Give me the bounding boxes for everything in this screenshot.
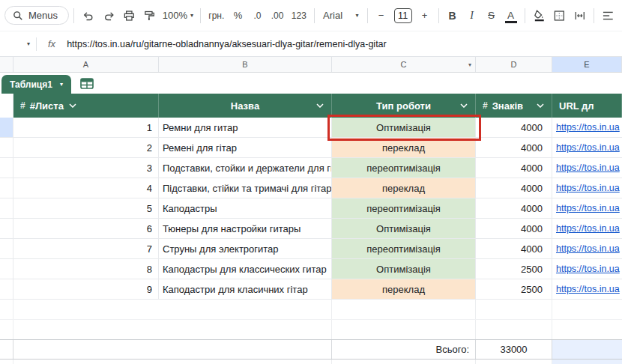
strikethrough-button[interactable]: S [483, 5, 501, 26]
chars-cell[interactable]: 4000 [476, 178, 552, 198]
currency-format-button[interactable]: грн. [205, 5, 227, 26]
name-cell[interactable]: Каподастры [159, 198, 332, 218]
zoom-dropdown[interactable]: 100%▾ [160, 5, 196, 26]
sheet-number-cell[interactable]: 9 [13, 279, 159, 299]
horizontal-align-button[interactable] [599, 5, 618, 26]
sheet-number-cell[interactable]: 5 [13, 198, 159, 218]
name-cell[interactable]: Ремни для гитар [159, 118, 332, 137]
formula-input[interactable]: https://tos.in.ua/ru/gitarne-obladnannya… [67, 39, 387, 49]
column-header-d[interactable]: D [476, 57, 552, 72]
empty-sheet-row[interactable] [0, 320, 622, 339]
url-cell[interactable]: https://tos.in.ua [552, 178, 622, 198]
row-header-strip[interactable] [0, 94, 13, 118]
chars-cell[interactable]: 4000 [476, 118, 552, 137]
name-cell[interactable]: Подставки, стойки и держатели для гитары [159, 158, 332, 178]
grid-cell[interactable] [159, 340, 332, 359]
url-cell[interactable]: https://tos.in.ua [552, 279, 622, 299]
redo-button[interactable] [100, 5, 119, 26]
menus-search-button[interactable]: Menus [4, 6, 69, 25]
work-type-cell[interactable]: Оптимізація [332, 259, 476, 279]
sheet-number-cell[interactable]: 3 [13, 158, 159, 178]
row-header-strip-cell[interactable] [0, 118, 13, 137]
sheet-number-cell[interactable]: 8 [13, 259, 159, 279]
url-link[interactable]: https://tos.in.ua [556, 264, 620, 274]
chars-cell[interactable]: 4000 [476, 239, 552, 258]
bold-button[interactable]: B [444, 5, 462, 26]
chars-cell[interactable]: 2500 [476, 279, 552, 299]
chars-cell[interactable]: 4000 [476, 198, 552, 218]
url-cell[interactable]: https://tos.in.ua [552, 239, 622, 258]
url-link[interactable]: https://tos.in.ua [556, 243, 620, 254]
work-type-cell[interactable]: переклад [332, 138, 476, 157]
increase-font-size-button[interactable]: + [416, 5, 434, 26]
filter-chevron-icon[interactable] [537, 103, 544, 108]
row-header-strip-cell[interactable] [0, 219, 13, 238]
url-link[interactable]: https://tos.in.ua [556, 163, 620, 173]
table-options-button[interactable] [78, 75, 96, 91]
sheet-number-cell[interactable]: 2 [13, 138, 159, 157]
name-cell[interactable]: Ремені для гітар [159, 138, 332, 157]
decrease-decimal-button[interactable]: .0 [248, 5, 266, 26]
url-cell[interactable]: https://tos.in.ua [552, 198, 622, 218]
work-type-cell[interactable]: переклад [332, 178, 476, 198]
row-header-strip-cell[interactable] [0, 138, 13, 157]
row-header-strip-cell[interactable] [0, 178, 13, 198]
increase-decimal-button[interactable]: .00 [268, 5, 286, 26]
grid-cell[interactable] [13, 340, 159, 359]
sheet-number-cell[interactable]: 7 [13, 239, 159, 258]
url-link[interactable]: https://tos.in.ua [556, 183, 620, 193]
italic-button[interactable]: I [463, 5, 481, 26]
table-header-work-type[interactable]: Тип роботи [332, 94, 476, 118]
percent-format-button[interactable]: % [229, 5, 247, 26]
empty-sheet-row[interactable] [0, 300, 622, 320]
name-cell[interactable]: Струны для электрогитар [159, 239, 332, 258]
chars-cell[interactable]: 4000 [476, 138, 552, 157]
row-header-strip-cell[interactable] [0, 158, 13, 178]
name-cell[interactable]: Каподастры для классических гитар [159, 259, 332, 279]
total-label-cell[interactable]: Всього: [332, 340, 476, 359]
table-header-url[interactable]: URL дл [552, 94, 622, 118]
row-header-strip-cell[interactable] [0, 198, 13, 218]
filter-chevron-icon[interactable] [316, 103, 324, 108]
grid-cell[interactable] [552, 340, 622, 359]
row-header-strip-cell[interactable] [0, 340, 13, 359]
column-header-e[interactable]: E [552, 57, 622, 72]
url-link[interactable]: https://tos.in.ua [556, 122, 620, 133]
url-cell[interactable]: https://tos.in.ua [552, 158, 622, 178]
column-header-c[interactable]: C ▾ [332, 57, 476, 72]
url-link[interactable]: https://tos.in.ua [556, 203, 620, 213]
column-header-a[interactable]: A [13, 57, 159, 72]
print-button[interactable] [120, 5, 139, 26]
sheet-number-cell[interactable]: 1 [13, 118, 159, 137]
work-type-cell[interactable]: переклад [332, 279, 476, 299]
undo-button[interactable] [79, 5, 98, 26]
table-header-sheet-number[interactable]: # #Листа [13, 94, 159, 118]
merge-cells-button[interactable] [570, 5, 590, 26]
url-link[interactable]: https://tos.in.ua [556, 223, 620, 234]
fill-color-button[interactable] [530, 5, 549, 26]
text-color-button[interactable]: A [502, 5, 520, 26]
row-header-strip-cell[interactable] [0, 259, 13, 279]
column-dropdown-icon[interactable]: ▾ [468, 61, 471, 68]
row-header-strip-cell[interactable] [0, 279, 13, 299]
url-cell[interactable]: https://tos.in.ua [552, 118, 622, 137]
work-type-cell[interactable]: переоптимізація [332, 198, 476, 218]
chars-cell[interactable]: 2500 [476, 259, 552, 279]
chars-cell[interactable]: 4000 [476, 158, 552, 178]
font-size-input[interactable]: 11 [394, 8, 412, 23]
name-cell[interactable]: Тюнеры для настройки гитары [159, 219, 332, 238]
filter-chevron-icon[interactable] [69, 103, 76, 108]
table-header-name[interactable]: Назва [159, 94, 332, 118]
sheet-number-cell[interactable]: 4 [13, 178, 159, 198]
table-tab[interactable]: Таблиця1 ▾ [1, 75, 71, 94]
borders-button[interactable] [550, 5, 569, 26]
column-header-b[interactable]: B [159, 57, 332, 72]
table-header-chars[interactable]: # Знаків [476, 94, 552, 118]
url-link[interactable]: https://tos.in.ua [556, 284, 620, 294]
work-type-cell[interactable]: Оптимізація [332, 118, 476, 137]
font-family-dropdown[interactable]: Arial▾ [319, 5, 363, 26]
decrease-font-size-button[interactable]: − [372, 5, 390, 26]
url-cell[interactable]: https://tos.in.ua [552, 259, 622, 279]
more-formats-button[interactable]: 123 [289, 5, 310, 26]
paint-format-button[interactable] [140, 5, 159, 26]
